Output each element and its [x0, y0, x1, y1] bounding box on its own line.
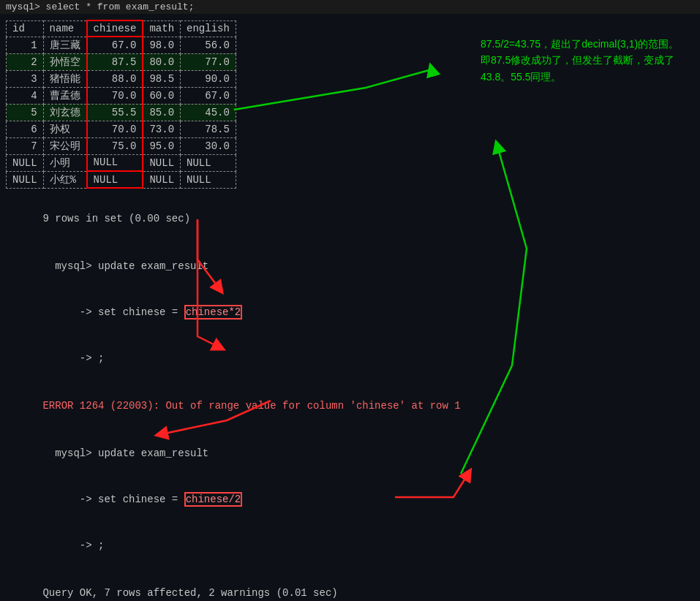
col-id: id	[7, 20, 44, 37]
cell-math: 98.0	[143, 37, 180, 53]
update2-line-2: -> set chinese = chinese/2	[6, 477, 694, 523]
cell-id: 2	[7, 53, 44, 70]
col-chinese: chinese	[87, 20, 143, 37]
update-block-1: mysql> update exam_result -> set chinese…	[6, 243, 694, 382]
table-row: 7 宋公明 75.0 95.0 30.0	[7, 137, 236, 154]
cell-chinese: 88.0	[87, 70, 143, 87]
cell-name: 小明	[43, 154, 87, 171]
top-bar-text: mysql> select * from exam_result;	[6, 1, 194, 12]
col-math: math	[143, 20, 180, 37]
cell-chinese: NULL	[87, 154, 143, 171]
cell-chinese: 75.0	[87, 137, 143, 154]
annotation-box: 87.5/2=43.75，超出了decimal(3,1)的范围。即87.5修改成…	[481, 36, 685, 85]
update-line-1: mysql> update exam_result	[6, 243, 694, 290]
terminal: mysql> select * from exam_result; id nam…	[0, 0, 700, 601]
table-row: 5 刘玄德 55.5 85.0 45.0	[7, 104, 236, 121]
cell-english: 77.0	[181, 53, 236, 70]
cell-english: 78.5	[181, 121, 236, 137]
exam-result-table: id name chinese math english 1 唐三藏 67.0 …	[6, 20, 236, 189]
cell-name: 刘玄德	[43, 104, 87, 121]
table-header-row: id name chinese math english	[7, 20, 236, 37]
table-row: 1 唐三藏 67.0 98.0 56.0	[7, 37, 236, 53]
query-ok: Query OK, 7 rows affected, 2 warnings (0…	[6, 570, 694, 601]
table-row: 6 孙权 70.0 73.0 78.5	[7, 121, 236, 137]
cell-english: 67.0	[181, 87, 236, 104]
top-bar: mysql> select * from exam_result;	[0, 0, 700, 14]
cell-id: NULL	[7, 154, 44, 171]
cell-english: 90.0	[181, 70, 236, 87]
chinese-x2-highlight: chinese*2	[184, 305, 243, 320]
row-count-1: 9 rows in set (0.00 sec)	[6, 196, 694, 242]
cell-english: 56.0	[181, 37, 236, 53]
cell-english: NULL	[181, 154, 236, 171]
cell-chinese: NULL	[87, 171, 143, 188]
cell-name: 孙悟空	[43, 53, 87, 70]
table-row: 4 曹孟德 70.0 60.0 67.0	[7, 87, 236, 104]
cell-math: 73.0	[143, 121, 180, 137]
col-english: english	[181, 20, 236, 37]
cell-id: 6	[7, 121, 44, 137]
table-row: NULL 小明 NULL NULL NULL	[7, 154, 236, 171]
update-block-2: mysql> update exam_result -> set chinese…	[6, 431, 694, 569]
cell-id: NULL	[7, 171, 44, 188]
update-line-3: -> ;	[6, 336, 694, 382]
cell-english: NULL	[181, 171, 236, 188]
update2-line-3: -> ;	[6, 523, 694, 569]
cell-math: 98.5	[143, 70, 180, 87]
update2-line-1: mysql> update exam_result	[6, 431, 694, 477]
cell-math: NULL	[143, 154, 180, 171]
cell-english: 45.0	[181, 104, 236, 121]
main-content: id name chinese math english 1 唐三藏 67.0 …	[0, 14, 700, 601]
col-name: name	[43, 20, 87, 37]
cell-id: 4	[7, 87, 44, 104]
cell-id: 1	[7, 37, 44, 53]
cell-id: 5	[7, 104, 44, 121]
cell-chinese: 55.5	[87, 104, 143, 121]
error-line: ERROR 1264 (22003): Out of range value f…	[6, 383, 694, 429]
table-row: 2 孙悟空 87.5 80.0 77.0	[7, 53, 236, 70]
chinese-div2-highlight: chinese/2	[184, 492, 243, 507]
cell-math: 60.0	[143, 87, 180, 104]
table-container: id name chinese math english 1 唐三藏 67.0 …	[6, 17, 236, 192]
cell-name: 唐三藏	[43, 37, 87, 53]
cell-name: 曹孟德	[43, 87, 87, 104]
cell-math: 85.0	[143, 104, 180, 121]
cell-chinese: 87.5	[87, 53, 143, 70]
cell-name: 猪悟能	[43, 70, 87, 87]
cell-name: 宋公明	[43, 137, 87, 154]
cell-math: 80.0	[143, 53, 180, 70]
cell-id: 3	[7, 70, 44, 87]
cell-name: 小红%	[43, 171, 87, 188]
cell-chinese: 70.0	[87, 87, 143, 104]
cell-chinese: 70.0	[87, 121, 143, 137]
cell-chinese: 67.0	[87, 37, 143, 53]
table-row: 3 猪悟能 88.0 98.5 90.0	[7, 70, 236, 87]
annotation-text: 87.5/2=43.75，超出了decimal(3,1)的范围。即87.5修改成…	[481, 38, 679, 83]
update-line-2: -> set chinese = chinese*2	[6, 290, 694, 336]
cell-math: NULL	[143, 171, 180, 188]
cell-math: 95.0	[143, 137, 180, 154]
table-row: NULL 小红% NULL NULL NULL	[7, 171, 236, 188]
cell-id: 7	[7, 137, 44, 154]
cell-english: 30.0	[181, 137, 236, 154]
cell-name: 孙权	[43, 121, 87, 137]
